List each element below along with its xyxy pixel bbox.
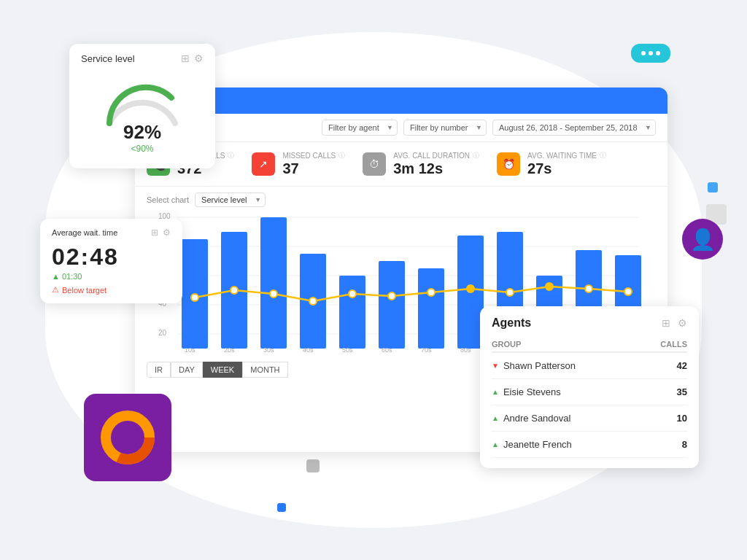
svg-point-28: [427, 289, 435, 296]
agents-expand-icon[interactable]: ⊞: [662, 317, 670, 329]
svg-text:80s: 80s: [460, 346, 471, 354]
wait-time-card: Average wait. time ⊞ ⚙ 02:48 ▲ 01:30 ⚠ B…: [40, 219, 182, 303]
missed-calls-value: 37: [282, 160, 345, 177]
table-row: ▲ Andre Sandoval 10: [492, 405, 687, 432]
wait-target: ▲ 01:30: [52, 272, 171, 281]
missed-calls-info: MISSED CALLS ⓘ 37: [282, 151, 345, 177]
missed-calls-label: MISSED CALLS ⓘ: [282, 151, 345, 160]
svg-rect-14: [339, 276, 365, 349]
avg-wait-info: AVG. WAITING TIME ⓘ 27s: [527, 151, 606, 177]
wait-value: 02:48: [52, 244, 171, 271]
info-icon-4: ⓘ: [600, 151, 606, 160]
warning-icon: ⚠: [52, 285, 59, 295]
filter-agent-select[interactable]: Filter by agent: [322, 120, 398, 136]
time-btn-month[interactable]: MONTH: [242, 362, 287, 378]
gear-icon[interactable]: ⚙: [194, 52, 204, 64]
gear-icon-wait[interactable]: ⚙: [163, 228, 171, 238]
chat-dot-1: [641, 51, 646, 55]
grid-icon-wait[interactable]: ⊞: [151, 228, 158, 238]
filter-number-wrapper: Filter by number ▼: [403, 120, 487, 136]
stat-avg-wait: ⏰ AVG. WAITING TIME ⓘ 27s: [497, 151, 606, 177]
svg-point-30: [506, 289, 514, 296]
filter-agent-wrapper: Filter by agent ▼: [322, 120, 398, 136]
svg-point-25: [309, 298, 317, 305]
gauge-container: 92% <90%: [81, 70, 204, 160]
svg-text:30s: 30s: [263, 346, 274, 354]
table-row: ▲ Jeanette French 8: [492, 432, 687, 458]
service-icons: ⊞ ⚙: [181, 52, 204, 64]
svg-text:50s: 50s: [342, 346, 353, 354]
time-btn-ir[interactable]: IR: [147, 362, 171, 378]
wait-icons: ⊞ ⚙: [151, 228, 171, 238]
deco-square-4: [306, 459, 320, 472]
agents-table: GROUP CALLS ▼ Shawn Patterson 42 ▲ Eis: [492, 337, 687, 458]
below-target: ⚠ Below target: [52, 285, 171, 295]
avg-duration-icon: ⏱: [363, 152, 386, 176]
wait-card-header: Average wait. time ⊞ ⚙: [52, 228, 171, 238]
agent-name-shawn: Shawn Patterson: [503, 360, 576, 371]
gauge-value: 92%: [123, 121, 161, 144]
wait-title: Average wait. time: [52, 228, 117, 237]
trend-up-icon-1: ▲: [492, 388, 499, 396]
col-calls: CALLS: [640, 337, 687, 352]
date-range-select[interactable]: August 26, 2018 - September 25, 2018: [492, 120, 656, 136]
deco-square-3: [277, 503, 286, 512]
svg-text:70s: 70s: [421, 346, 432, 354]
avg-wait-value: 27s: [527, 160, 606, 177]
svg-point-26: [349, 290, 356, 298]
stat-avg-duration: ⏱ AVG. CALL DURATION ⓘ 3m 12s: [363, 151, 479, 177]
donut-chart: [98, 408, 157, 467]
svg-point-27: [388, 292, 395, 300]
time-btn-day[interactable]: DAY: [171, 362, 203, 378]
chat-bubble: [631, 44, 670, 63]
svg-point-32: [585, 285, 592, 292]
gauge-svg: [98, 76, 186, 127]
calls-shawn: 42: [640, 352, 687, 379]
svg-text:60s: 60s: [382, 346, 392, 354]
col-group: GROUP: [492, 337, 640, 352]
svg-point-31: [546, 283, 553, 290]
svg-point-23: [231, 287, 238, 294]
gauge-target: <90%: [131, 144, 153, 154]
calls-jeanette: 8: [640, 432, 687, 458]
chat-dots: [641, 51, 660, 55]
avg-duration-value: 3m 12s: [393, 160, 479, 177]
agents-icons: ⊞ ⚙: [662, 317, 687, 329]
missed-calls-icon: ↗: [252, 152, 275, 176]
svg-rect-16: [418, 268, 444, 349]
avatar: 👤: [682, 219, 723, 260]
svg-text:10s: 10s: [185, 346, 196, 354]
filter-number-select[interactable]: Filter by number: [403, 120, 487, 136]
time-btn-week[interactable]: WEEK: [203, 362, 242, 378]
date-range-wrapper: August 26, 2018 - September 25, 2018 ▼: [492, 120, 656, 136]
agent-jeanette: ▲ Jeanette French: [492, 432, 640, 458]
agent-shawn: ▼ Shawn Patterson: [492, 352, 640, 379]
svg-point-24: [270, 290, 277, 298]
agent-eisie: ▲ Eisie Stevens: [492, 379, 640, 405]
agents-header: Agents ⊞ ⚙: [492, 316, 687, 330]
stat-missed-calls: ↗ MISSED CALLS ⓘ 37: [252, 151, 345, 177]
chart-controls: Select chart Service level ▼: [147, 192, 656, 207]
svg-text:20s: 20s: [224, 346, 235, 354]
agent-name-andre: Andre Sandoval: [503, 413, 571, 424]
agents-gear-icon[interactable]: ⚙: [678, 317, 687, 329]
avg-wait-label: AVG. WAITING TIME ⓘ: [527, 151, 606, 160]
svg-point-29: [467, 285, 474, 292]
trend-down-icon: ▼: [492, 362, 499, 370]
table-row: ▲ Eisie Stevens 35: [492, 379, 687, 405]
service-card-header: Service level ⊞ ⚙: [81, 52, 204, 64]
service-title: Service level: [81, 53, 135, 64]
calls-eisie: 35: [640, 379, 687, 405]
agents-panel: Agents ⊞ ⚙ GROUP CALLS ▼ Shawn Patterson…: [480, 306, 699, 468]
calls-andre: 10: [640, 405, 687, 432]
info-icon-3: ⓘ: [473, 151, 479, 160]
deco-square-5: [708, 182, 718, 192]
svg-rect-12: [260, 217, 287, 349]
grid-icon[interactable]: ⊞: [181, 52, 190, 64]
below-target-label: Below target: [62, 286, 107, 295]
svg-point-33: [624, 288, 632, 295]
agent-name-jeanette: Jeanette French: [503, 439, 572, 450]
chart-type-select[interactable]: Service level: [195, 192, 266, 207]
trend-up-icon-2: ▲: [492, 414, 499, 422]
svg-rect-15: [379, 261, 405, 349]
